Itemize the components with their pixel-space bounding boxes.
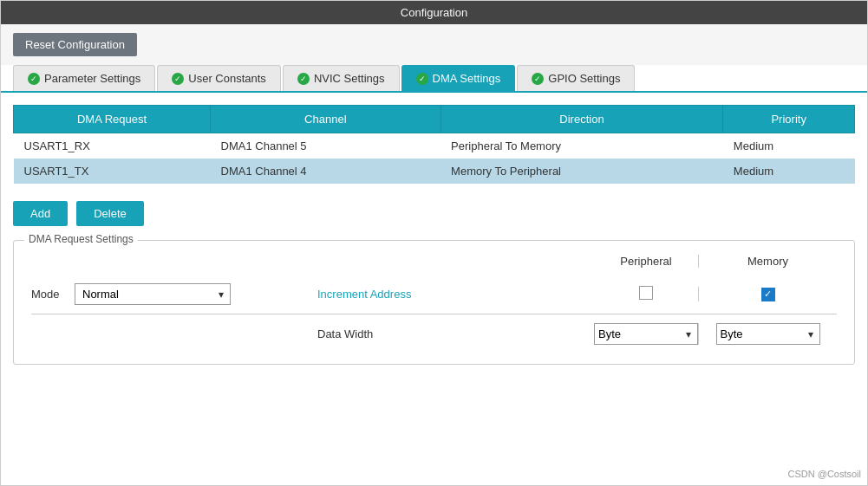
watermark: CSDN @Costsoil [787, 469, 861, 479]
memory-dw-select-wrapper: Byte Half Word Word [716, 323, 820, 345]
tab-dma-label: DMA Settings [433, 72, 501, 85]
tab-nvic[interactable]: ✓ NVIC Settings [283, 65, 400, 91]
check-icon-gpio: ✓ [532, 73, 544, 85]
tab-gpio-label: GPIO Settings [548, 72, 620, 85]
peripheral-increment-checkbox[interactable] [639, 286, 653, 300]
peripheral-data-width-col: Byte Half Word Word [594, 323, 698, 345]
tab-dma[interactable]: ✓ DMA Settings [401, 65, 516, 91]
increment-memory-col: ✓ [698, 287, 837, 301]
tab-gpio[interactable]: ✓ GPIO Settings [517, 65, 635, 91]
increment-address-label: Increment Address [317, 288, 411, 301]
col-header-direction: Direction [441, 106, 723, 133]
mode-label: Mode [31, 288, 66, 301]
data-width-row: Data Width Byte Half Word Word Byte [31, 314, 837, 353]
table-row[interactable]: USART1_RX DMA1 Channel 5 Peripheral To M… [14, 133, 855, 159]
data-width-label: Data Width [317, 327, 373, 340]
tab-userconstants-label: User Constants [188, 72, 266, 85]
cell-priority-0: Medium [723, 133, 855, 159]
cell-direction-1: Memory To Peripheral [441, 159, 723, 184]
settings-group-legend: DMA Request Settings [24, 233, 138, 245]
check-icon-parameter: ✓ [28, 73, 40, 85]
memory-header: Memory [698, 255, 837, 268]
cell-request-0: USART1_RX [14, 133, 211, 159]
memory-increment-checkbox[interactable]: ✓ [761, 288, 775, 301]
col-header-priority: Priority [723, 106, 855, 133]
dma-request-settings: DMA Request Settings Peripheral Memory M… [13, 240, 855, 365]
delete-button[interactable]: Delete [76, 201, 144, 226]
tab-nvic-label: NVIC Settings [314, 72, 385, 85]
cell-priority-1: Medium [723, 159, 855, 184]
increment-section: Increment Address [300, 288, 594, 301]
mode-section: Mode Normal Circular [31, 283, 300, 305]
title-label: Configuration [401, 6, 467, 19]
check-icon-dma: ✓ [416, 73, 428, 85]
action-buttons: Add Delete [13, 201, 855, 226]
tab-parameter-label: Parameter Settings [44, 72, 140, 85]
cell-channel-1: DMA1 Channel 4 [211, 159, 441, 184]
memory-data-width-col: Byte Half Word Word [698, 323, 837, 345]
memory-data-width-select[interactable]: Byte Half Word Word [716, 323, 820, 345]
peripheral-dw-select-wrapper: Byte Half Word Word [594, 323, 698, 345]
increment-peripheral-col [594, 286, 698, 302]
cell-channel-0: DMA1 Channel 5 [211, 133, 441, 159]
title-bar: Configuration [1, 1, 867, 24]
reset-config-button[interactable]: Reset Configuration [13, 33, 137, 56]
mode-select-wrapper: Normal Circular [75, 283, 231, 305]
cell-request-1: USART1_TX [14, 159, 211, 184]
main-content: DMA Request Channel Direction Priority U… [1, 93, 867, 377]
cell-direction-0: Peripheral To Memory [441, 133, 723, 159]
peripheral-header: Peripheral [594, 255, 698, 268]
table-row[interactable]: USART1_TX DMA1 Channel 4 Memory To Perip… [14, 159, 855, 184]
peripheral-data-width-select[interactable]: Byte Half Word Word [594, 323, 698, 345]
tab-userconstants[interactable]: ✓ User Constants [157, 65, 281, 91]
col-header-request: DMA Request [14, 106, 211, 133]
tab-parameter[interactable]: ✓ Parameter Settings [13, 65, 155, 91]
mode-select[interactable]: Normal Circular [75, 283, 231, 305]
check-icon-nvic: ✓ [297, 73, 310, 85]
col-header-channel: Channel [211, 106, 441, 133]
mode-increment-row: Mode Normal Circular Increment Address [31, 275, 837, 314]
toolbar: Reset Configuration [1, 24, 867, 65]
data-width-label-section: Data Width [300, 327, 594, 340]
add-button[interactable]: Add [13, 201, 68, 226]
tabs-bar: ✓ Parameter Settings ✓ User Constants ✓ … [1, 65, 867, 93]
dma-table: DMA Request Channel Direction Priority U… [13, 105, 855, 184]
settings-header-row: Peripheral Memory [31, 251, 837, 275]
check-icon-userconstants: ✓ [172, 73, 184, 85]
